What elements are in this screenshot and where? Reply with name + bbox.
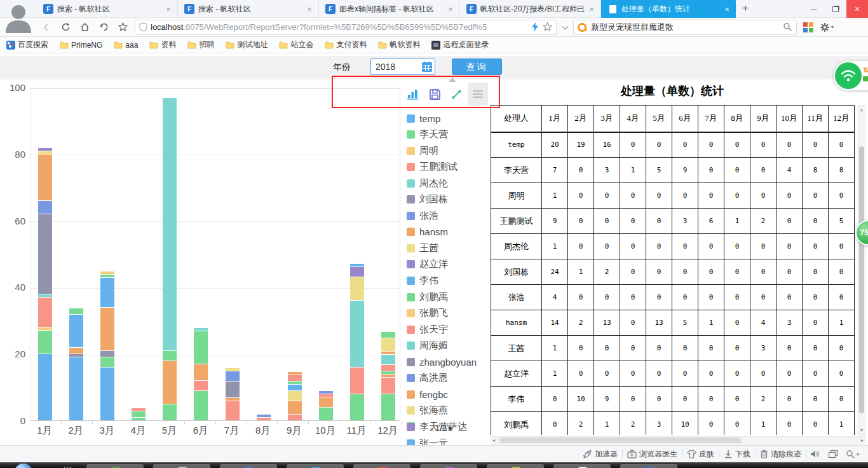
bar-segment[interactable] bbox=[38, 354, 52, 420]
bar-segment[interactable] bbox=[194, 380, 208, 390]
bar-segment[interactable] bbox=[381, 331, 395, 338]
legend-item[interactable]: 李天营 bbox=[407, 128, 448, 141]
stacked-bar[interactable] bbox=[226, 368, 240, 420]
taskbar-app-button[interactable] bbox=[553, 464, 611, 468]
bar-segment[interactable] bbox=[100, 350, 114, 357]
download-button[interactable]: 下载 bbox=[724, 449, 750, 460]
taskbar-app-button[interactable] bbox=[153, 464, 211, 468]
taskbar-app-button[interactable] bbox=[219, 464, 278, 468]
user-avatar-icon[interactable] bbox=[4, 3, 33, 33]
bar-segment[interactable] bbox=[194, 364, 208, 380]
legend-item[interactable]: 周明 bbox=[407, 144, 438, 157]
legend-item[interactable]: 张鹏飞 bbox=[407, 307, 448, 320]
bar-segment[interactable] bbox=[350, 300, 364, 367]
scroll-up-icon[interactable]: ▴ bbox=[858, 107, 865, 113]
stacked-bar[interactable] bbox=[38, 148, 52, 420]
menu-button[interactable] bbox=[468, 83, 488, 106]
stacked-bar[interactable] bbox=[350, 263, 364, 420]
bookmark-item[interactable]: 站立会 bbox=[279, 39, 313, 50]
stacked-bar[interactable] bbox=[288, 371, 302, 420]
refresh-button[interactable] bbox=[56, 20, 75, 35]
taskbar-app-button[interactable] bbox=[286, 464, 344, 468]
bar-segment[interactable] bbox=[132, 417, 146, 420]
undo-button[interactable] bbox=[94, 20, 113, 35]
back-button[interactable] bbox=[37, 20, 56, 35]
bar-segment[interactable] bbox=[69, 308, 83, 314]
settings-menu-button[interactable]: ▾ bbox=[820, 22, 834, 32]
bar-segment[interactable] bbox=[381, 364, 395, 371]
query-button[interactable]: 查询 bbox=[452, 59, 502, 75]
stacked-bar[interactable] bbox=[132, 408, 146, 420]
bar-segment[interactable] bbox=[350, 367, 364, 394]
browser-doctor-button[interactable]: 浏览器医生 bbox=[627, 449, 677, 460]
scroll-right-icon[interactable]: ▸ bbox=[861, 437, 864, 443]
bar-segment[interactable] bbox=[100, 277, 114, 307]
close-tab-icon[interactable]: × bbox=[445, 4, 456, 14]
bookmark-item[interactable]: PrimeNG bbox=[60, 41, 102, 50]
bar-segment[interactable] bbox=[381, 394, 395, 420]
url-dropdown-button[interactable] bbox=[557, 20, 573, 35]
legend-item[interactable]: 周海媚 bbox=[407, 340, 448, 352]
legend-item[interactable]: 张海燕 bbox=[407, 404, 448, 417]
bar-segment[interactable] bbox=[350, 277, 364, 300]
bookmark-item[interactable]: 帆软资料 bbox=[378, 39, 420, 50]
stacked-bar[interactable] bbox=[319, 390, 333, 420]
bookmark-item[interactable]: aaa bbox=[114, 41, 138, 50]
bar-segment[interactable] bbox=[132, 411, 146, 417]
save-button[interactable] bbox=[424, 83, 445, 106]
bar-segment[interactable] bbox=[194, 390, 208, 420]
chart-type-button[interactable] bbox=[403, 83, 423, 106]
legend-item[interactable]: 王茜 bbox=[407, 242, 438, 254]
bar-segment[interactable] bbox=[100, 307, 114, 350]
legend-item[interactable]: 李天营萨达 bbox=[407, 420, 467, 433]
bar-segment[interactable] bbox=[194, 331, 208, 364]
legend-item[interactable]: 赵立洋 bbox=[407, 258, 448, 271]
bar-segment[interactable] bbox=[69, 357, 83, 420]
browser-tab[interactable]: F搜索 - 帆软社区× bbox=[37, 0, 178, 18]
horizontal-scroll-thumb[interactable] bbox=[499, 437, 741, 443]
lightning-icon[interactable] bbox=[532, 22, 539, 32]
vertical-scroll-thumb[interactable] bbox=[859, 146, 864, 413]
bar-segment[interactable] bbox=[163, 97, 177, 350]
favorites-star-button[interactable] bbox=[113, 20, 132, 35]
browser-tab[interactable]: F帆软社区-20万报表/BI工程师已× bbox=[460, 0, 601, 18]
taskbar-app-button[interactable] bbox=[353, 464, 411, 468]
bar-segment[interactable] bbox=[38, 154, 52, 200]
scroll-left-icon[interactable]: ◂ bbox=[492, 437, 495, 443]
bar-segment[interactable] bbox=[288, 401, 302, 414]
legend-item[interactable]: hansm bbox=[407, 226, 448, 238]
fullscreen-button[interactable] bbox=[446, 83, 466, 106]
close-tab-icon[interactable]: × bbox=[304, 4, 315, 14]
apps-grid-icon[interactable] bbox=[803, 22, 813, 32]
bar-segment[interactable] bbox=[226, 401, 240, 420]
bar-segment[interactable] bbox=[100, 367, 114, 420]
stacked-bar[interactable] bbox=[257, 414, 271, 420]
start-button[interactable] bbox=[14, 464, 33, 468]
windows-button[interactable] bbox=[828, 450, 838, 458]
legend-item[interactable]: fengbc bbox=[407, 388, 448, 401]
taskbar-app-button[interactable] bbox=[486, 464, 545, 468]
search-icon[interactable] bbox=[783, 22, 792, 32]
taskbar-app-button[interactable] bbox=[86, 464, 144, 468]
search-input[interactable]: 新型灵宠现世群魔退散 bbox=[573, 20, 797, 35]
bar-segment[interactable] bbox=[69, 347, 83, 354]
stacked-bar[interactable] bbox=[69, 308, 83, 420]
bar-segment[interactable] bbox=[288, 390, 302, 401]
bar-segment[interactable] bbox=[381, 377, 395, 394]
bar-segment[interactable] bbox=[69, 314, 83, 347]
scroll-down-icon[interactable]: ▾ bbox=[858, 427, 865, 433]
stacked-bar[interactable] bbox=[163, 97, 177, 420]
legend-item[interactable]: 刘国栋 bbox=[407, 193, 448, 206]
browser-tab[interactable]: F搜索 - 帆软社区× bbox=[178, 0, 319, 18]
legend-item[interactable]: 王鹏测试 bbox=[407, 161, 458, 174]
stacked-bar[interactable] bbox=[381, 331, 395, 420]
bookmark-item[interactable]: 测试地址 bbox=[226, 39, 268, 50]
bar-segment[interactable] bbox=[163, 361, 177, 404]
legend-item[interactable]: temp bbox=[407, 112, 440, 125]
bar-segment[interactable] bbox=[226, 371, 240, 381]
bar-segment[interactable] bbox=[257, 417, 271, 420]
windows-taskbar[interactable]: ••• bbox=[0, 462, 868, 468]
legend-item[interactable]: 周杰伦 bbox=[407, 177, 448, 189]
bookmark-star-icon[interactable] bbox=[543, 22, 552, 32]
bar-segment[interactable] bbox=[163, 404, 177, 420]
